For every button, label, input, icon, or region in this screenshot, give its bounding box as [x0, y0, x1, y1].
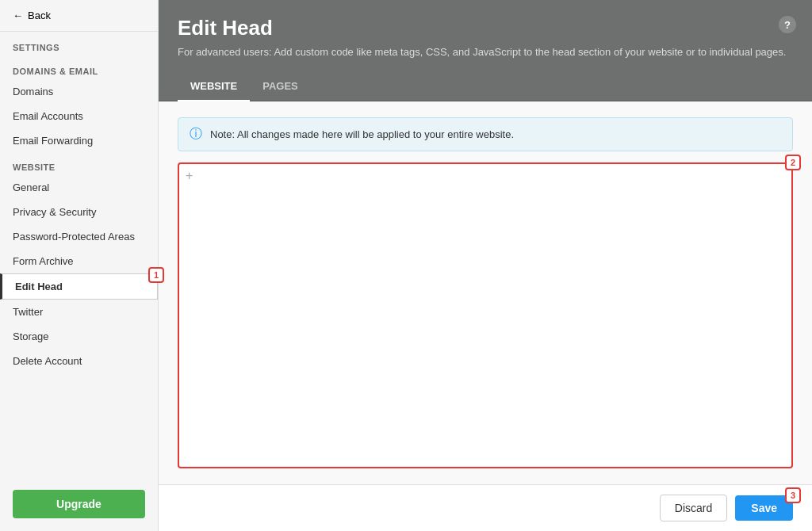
sidebar-item-form-archive[interactable]: Form Archive — [0, 249, 158, 273]
sidebar-item-delete-account[interactable]: Delete Account — [0, 349, 158, 373]
back-label: Back — [28, 10, 51, 21]
upgrade-section: Upgrade — [0, 477, 158, 531]
sidebar: ← Back SETTINGS DOMAINS & EMAIL Domains … — [0, 0, 159, 531]
code-editor-wrapper: + — [178, 162, 793, 468]
tab-website[interactable]: WEBSITE — [178, 72, 250, 101]
note-text: Note: All changes made here will be appl… — [210, 128, 514, 140]
sidebar-item-twitter[interactable]: Twitter — [0, 300, 158, 324]
tabs-bar: WEBSITE PAGES — [159, 72, 812, 101]
website-section-label: WEBSITE — [0, 153, 158, 175]
sidebar-item-domains[interactable]: Domains — [0, 79, 158, 104]
page-title: Edit Head — [178, 16, 793, 40]
page-subtitle: For advanced users: Add custom code like… — [178, 45, 793, 59]
domains-email-section-label: DOMAINS & EMAIL — [0, 57, 158, 79]
code-editor-input[interactable] — [179, 164, 791, 467]
sidebar-item-general[interactable]: General — [0, 175, 158, 200]
info-icon: ⓘ — [190, 126, 202, 143]
save-wrapper: Save 3 — [735, 495, 793, 521]
sidebar-item-email-forwarding[interactable]: Email Forwarding — [0, 128, 158, 153]
tab-pages[interactable]: PAGES — [250, 72, 311, 101]
sidebar-item-privacy-security[interactable]: Privacy & Security — [0, 200, 158, 224]
annotation-badge-3: 3 — [785, 487, 801, 503]
plus-icon: + — [186, 169, 193, 183]
help-icon[interactable]: ? — [779, 16, 796, 33]
annotation-badge-2: 2 — [785, 155, 801, 170]
sidebar-item-edit-head[interactable]: Edit Head — [0, 273, 158, 300]
sidebar-item-password-protected[interactable]: Password-Protected Areas — [0, 224, 158, 249]
sidebar-item-email-accounts[interactable]: Email Accounts — [0, 104, 158, 128]
note-banner: ⓘ Note: All changes made here will be ap… — [178, 117, 793, 151]
footer-bar: Discard Save 3 — [159, 484, 812, 531]
annotation-badge-1: 1 — [148, 267, 164, 283]
back-button[interactable]: ← Back — [0, 0, 158, 32]
sidebar-item-storage[interactable]: Storage — [0, 324, 158, 349]
upgrade-button[interactable]: Upgrade — [13, 490, 145, 518]
settings-label: SETTINGS — [0, 32, 158, 57]
discard-button[interactable]: Discard — [660, 495, 727, 521]
main-content: Edit Head For advanced users: Add custom… — [159, 0, 812, 531]
main-body: ⓘ Note: All changes made here will be ap… — [159, 101, 812, 484]
page-header: Edit Head For advanced users: Add custom… — [159, 0, 812, 72]
back-arrow-icon: ← — [13, 10, 23, 21]
